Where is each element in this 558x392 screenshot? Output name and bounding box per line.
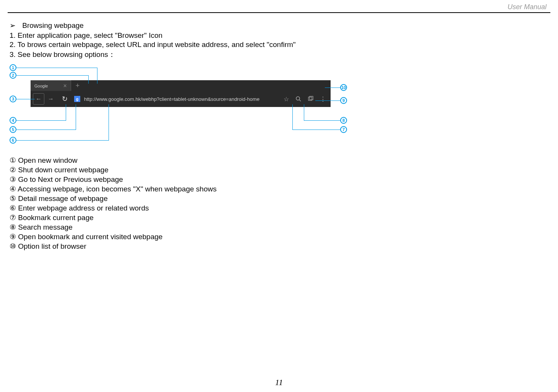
line-7 <box>292 130 340 130</box>
line-7v <box>292 104 293 130</box>
legend: ① Open new window ② Shut down current we… <box>10 156 548 251</box>
legend-1: ① Open new window <box>10 156 548 165</box>
section-title-text: Browsing webpage <box>22 21 84 29</box>
legend-4: ④ Accessing webpage, icon becomes "X" wh… <box>10 185 548 193</box>
callout-7: 7 <box>340 126 347 133</box>
line-4v <box>66 104 66 120</box>
line-1 <box>16 68 97 68</box>
legend-2: ② Shut down current webpage <box>10 165 548 174</box>
tab-title: Google <box>34 84 48 88</box>
line-1v <box>97 68 97 84</box>
callout-5: 5 <box>10 126 16 133</box>
line-4 <box>16 120 66 121</box>
close-icon[interactable]: × <box>63 83 67 89</box>
legend-9: ⑨ Open bookmark and current visited webp… <box>10 232 548 241</box>
step-3: 3. See below browsing options： <box>10 50 548 60</box>
page-number: 11 <box>275 377 283 387</box>
section-title: ➢ Browsing webpage <box>10 21 548 30</box>
callout-2: 2 <box>10 72 16 79</box>
callout-9: 9 <box>340 97 347 104</box>
line-10 <box>325 87 340 88</box>
line-2 <box>16 75 89 76</box>
line-6 <box>16 140 109 141</box>
plus-icon[interactable]: + <box>76 82 80 90</box>
search-icon[interactable] <box>293 94 304 104</box>
line-2v <box>88 75 89 84</box>
callout-10: 10 <box>340 84 347 91</box>
svg-point-0 <box>296 97 300 100</box>
header-text: User Manual <box>508 3 547 11</box>
line-8 <box>304 120 340 121</box>
line-9 <box>315 100 340 101</box>
triangle-icon: ➢ <box>10 21 16 30</box>
browser-bar: Google × + ← → ↻ g http://www.google.com… <box>31 80 331 107</box>
line-8v <box>304 104 304 120</box>
legend-6: ⑥ Enter webpage address or related words <box>10 204 548 212</box>
header-line <box>8 12 550 13</box>
menu-icon[interactable]: ⋮ <box>318 94 328 104</box>
line-5v <box>76 104 76 130</box>
bookmark-icon[interactable] <box>305 94 316 104</box>
callout-3: 3 <box>10 96 16 102</box>
diagram-container: 1 2 3 4 5 6 10 9 8 7 Goo <box>10 64 548 154</box>
tab-area: Google × + <box>31 80 331 91</box>
legend-3: ③ Go to Next or Previous webpage <box>10 175 548 184</box>
legend-5: ⑤ Detail message of webpage <box>10 194 548 203</box>
favicon-icon: g <box>74 96 80 102</box>
step-2: 2. To brows certain webpage, select URL … <box>10 40 548 49</box>
callout-8: 8 <box>340 117 347 124</box>
callout-1: 1 <box>10 64 16 71</box>
browser-tab[interactable]: Google × <box>31 80 71 91</box>
line-3 <box>16 99 35 99</box>
star-icon[interactable]: ☆ <box>281 94 292 104</box>
callout-4: 4 <box>10 117 16 124</box>
content: ➢ Browsing webpage 1. Enter application … <box>10 21 548 251</box>
legend-8: ⑧ Search message <box>10 223 548 232</box>
step-1: 1. Enter application page, select "Brows… <box>10 31 548 40</box>
svg-rect-3 <box>310 96 313 100</box>
line-5 <box>16 130 76 130</box>
reload-icon[interactable]: ↻ <box>59 93 70 105</box>
legend-10: ⑩ Option list of browser <box>10 242 548 251</box>
svg-line-1 <box>299 100 301 101</box>
legend-7: ⑦ Bookmark current page <box>10 213 548 222</box>
line-6v <box>109 104 109 140</box>
svg-rect-2 <box>308 97 312 100</box>
forward-button[interactable]: → <box>45 93 57 105</box>
url-text[interactable]: http://www.google.com.hk/webhp?client=ta… <box>83 96 279 102</box>
callout-6: 6 <box>10 137 16 144</box>
